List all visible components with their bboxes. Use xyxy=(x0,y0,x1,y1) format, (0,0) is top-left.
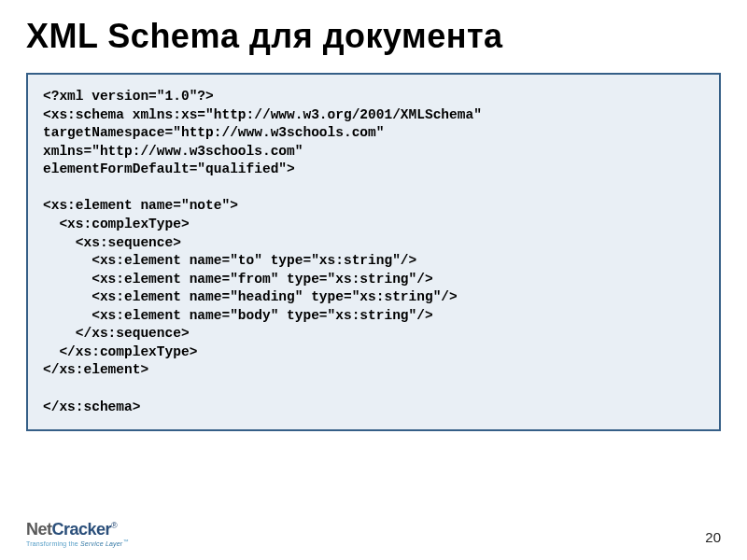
logo-wordmark: NetCracker® xyxy=(26,521,129,538)
page-number: 20 xyxy=(705,529,721,545)
code-block: <?xml version="1.0"?> <xs:schema xmlns:x… xyxy=(26,73,721,431)
slide: XML Schema для документа <?xml version="… xyxy=(0,0,747,560)
netcracker-logo: NetCracker® Transforming the Service Lay… xyxy=(26,521,129,547)
logo-tagline-prefix: Transforming the xyxy=(26,540,80,547)
logo-net-text: Net xyxy=(26,520,52,539)
logo-trademark-icon: ™ xyxy=(122,539,128,544)
logo-tagline-layer: Service Layer xyxy=(80,540,122,547)
logo-cracker-text: Cracker xyxy=(52,520,112,539)
logo-registered-icon: ® xyxy=(111,521,117,530)
slide-title: XML Schema для документа xyxy=(26,17,721,56)
logo-tagline: Transforming the Service Layer™ xyxy=(26,539,129,547)
slide-footer: NetCracker® Transforming the Service Lay… xyxy=(0,513,747,547)
